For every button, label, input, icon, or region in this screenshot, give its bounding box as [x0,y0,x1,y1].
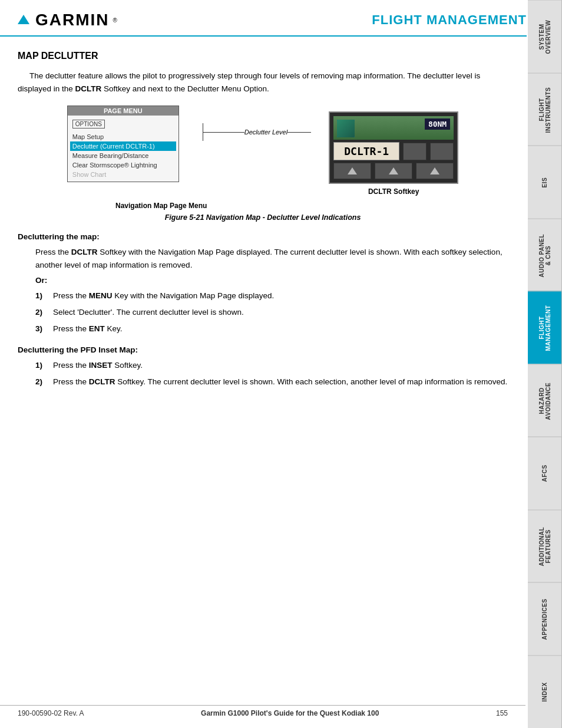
sidebar-tab-audio-panel[interactable]: AUDIO PANEL& CNS [528,219,562,292]
dcltr-triangle-icon-3 [430,167,439,174]
list-num-3: 3) [35,322,47,335]
page-title: FLIGHT MANAGEMENT [372,12,527,28]
dcltr-bold-pfd: DCLTR [89,377,115,386]
dcltr-triangle-icon-1 [348,167,357,174]
dcltr-btn-1 [333,163,371,179]
options-label: OPTIONS [72,120,105,129]
main-content: MAP DECLUTTER The declutter feature allo… [0,37,525,403]
dcltr-triangle-icon-2 [389,167,398,174]
list-item-2: 2) Select 'Declutter'. The current declu… [35,306,508,319]
dcltr-map-view: 80NM [333,116,454,140]
subsection-title-map: Decluttering the map: [18,232,508,241]
menu-item-showchart: Show Chart [70,170,176,179]
list-item-3: 3) Press the ENT Key. [35,322,508,335]
menu-items: Map Setup Declutter (Current DCLTR-1) Me… [68,131,178,182]
sidebar-tab-eis[interactable]: EIS [528,146,562,219]
page-menu: PAGE MENU OPTIONS Map Setup Declutter (C… [67,106,179,182]
map-numbered-list: 1) Press the MENU Key with the Navigatio… [35,289,508,335]
page-header: GARMIN® FLIGHT MANAGEMENT [0,0,527,37]
footer-doc-number: 190-00590-02 Rev. A [18,709,84,717]
menu-item-measure: Measure Bearing/Distance [70,151,176,160]
dcltr-softkey-label: DCLTR Softkey [368,187,419,196]
sidebar-tab-index[interactable]: INDEX [528,655,562,729]
garmin-triangle-icon [18,15,29,24]
figure-labels-row: Navigation Map Page Menu [115,202,410,210]
dcltr-empty-box [403,143,427,160]
sidebar-tab-hazard-avoidance[interactable]: HAZARDAVOIDANCE [528,364,562,437]
pfd-numbered-list: 1) Press the INSET Softkey. 2) Press the… [35,359,508,388]
declutter-map-para: Press the DCLTR Softkey with the Navigat… [35,246,508,271]
pfd-list-item-1: 1) Press the INSET Softkey. [35,359,508,372]
menu-bold: MENU [89,291,113,300]
subsection-title-pfd: Decluttering the PFD Inset Map: [18,345,508,354]
inset-bold: INSET [89,361,113,370]
footer-title: Garmin G1000 Pilot's Guide for the Quest… [201,709,379,717]
pfd-list-content-1: Press the INSET Softkey. [53,359,508,372]
list-content-1: Press the MENU Key with the Navigation M… [53,289,508,302]
garmin-logo-text: GARMIN [35,11,110,29]
body-text-end: Softkey and next to the Declutter Menu O… [101,84,269,93]
pfd-list-content-2: Press the DCLTR Softkey. The current dec… [53,375,508,388]
sidebar: SYSTEMOVERVIEW FLIGHTINSTRUMENTS EIS AUD… [528,0,562,728]
list-num-1: 1) [35,289,47,302]
list-item-1: 1) Press the MENU Key with the Navigatio… [35,289,508,302]
sidebar-tab-appendices[interactable]: APPENDICES [528,582,562,655]
dcltr-bold-inline: DCLTR [75,84,102,93]
declutter-level-label: Declutter Level [244,129,287,136]
list-content-3: Press the ENT Key. [53,322,508,335]
ent-bold: ENT [89,324,105,333]
figure-row: PAGE MENU OPTIONS Map Setup Declutter (C… [67,106,458,196]
dcltr-main-row: DCLTR-1 [333,142,454,160]
menu-item-stormscope: Clear Stormscope® Lightning [70,160,176,170]
or-text: Or: [35,276,508,285]
menu-item-mapsetup: Map Setup [70,132,176,141]
page-footer: 190-00590-02 Rev. A Garmin G1000 Pilot's… [0,705,525,717]
section-title: MAP DECLUTTER [18,51,508,61]
figure-container: PAGE MENU OPTIONS Map Setup Declutter (C… [18,106,508,222]
page-menu-group: PAGE MENU OPTIONS Map Setup Declutter (C… [67,106,179,182]
dcltr-bold-1: DCLTR [71,248,98,256]
menu-item-declutter: Declutter (Current DCLTR-1) [70,141,176,151]
sidebar-tab-flight-management[interactable]: FLIGHTMANAGEMENT [528,291,562,364]
dcltr-empty-box2 [430,143,454,160]
pfd-list-item-2: 2) Press the DCLTR Softkey. The current … [35,375,508,388]
dcltr-display: 80NM DCLTR-1 [329,111,458,184]
sidebar-tab-flight-instruments[interactable]: FLIGHTINSTRUMENTS [528,73,562,146]
page-menu-title: PAGE MENU [68,106,178,116]
garmin-reg-symbol: ® [113,17,117,24]
pfd-list-num-2: 2) [35,375,47,388]
list-num-2: 2) [35,306,47,319]
dcltr-nm-badge: 80NM [425,118,450,130]
sidebar-tab-additional-features[interactable]: ADDITIONALFEATURES [528,510,562,583]
dcltr-map-icon [337,120,355,137]
declutter-level-indicator: Declutter Level [197,123,311,141]
list-content-2: Select 'Declutter'. The current declutte… [53,306,508,319]
footer-page-number: 155 [496,709,508,717]
sidebar-tab-system-overview[interactable]: SYSTEMOVERVIEW [528,0,562,73]
dcltr-display-group: 80NM DCLTR-1 [329,111,458,196]
figure-caption: Figure 5-21 Navigation Map - Declutter L… [165,213,361,222]
intro-paragraph: The declutter feature allows the pilot t… [18,70,508,95]
dcltr-buttons-row [333,163,454,179]
connector-group: Declutter Level [197,123,311,141]
garmin-logo: GARMIN® [18,11,117,29]
dcltr-btn-3 [416,163,454,179]
sidebar-tab-afcs[interactable]: AFCS [528,437,562,510]
dcltr-btn-2 [375,163,412,179]
dcltr-value-box: DCLTR-1 [333,142,399,160]
nav-menu-label: Navigation Map Page Menu [115,202,207,210]
pfd-list-num-1: 1) [35,359,47,372]
